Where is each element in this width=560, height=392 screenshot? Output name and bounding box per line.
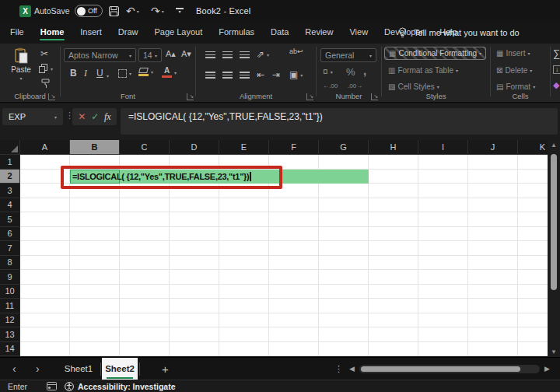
column-header-e[interactable]: E bbox=[219, 140, 269, 155]
cell-b11[interactable] bbox=[70, 299, 120, 313]
bold-button[interactable]: B bbox=[70, 68, 77, 78]
cell-e6[interactable] bbox=[219, 227, 269, 242]
cell-g14[interactable] bbox=[319, 342, 369, 357]
tab-sheet2[interactable]: Sheet2 bbox=[102, 358, 138, 380]
format-painter-button[interactable] bbox=[40, 79, 51, 89]
font-color-button[interactable]: A ▾ bbox=[162, 67, 177, 78]
cell-b7[interactable] bbox=[70, 241, 120, 256]
align-middle-button[interactable] bbox=[222, 51, 233, 58]
cell-a12[interactable] bbox=[20, 313, 70, 328]
chevron-down-icon[interactable]: ▾ bbox=[137, 9, 139, 14]
cell-h2[interactable] bbox=[369, 170, 418, 184]
row-header-3[interactable]: 3 bbox=[0, 184, 20, 198]
column-header-h[interactable]: H bbox=[369, 140, 418, 155]
cell-f4[interactable] bbox=[269, 198, 319, 213]
cell-g3[interactable] bbox=[319, 184, 369, 198]
underline-dropdown[interactable]: ▾ bbox=[107, 73, 109, 79]
cell-e5[interactable] bbox=[219, 212, 269, 227]
tab-home[interactable]: Home bbox=[40, 24, 65, 41]
cell-i4[interactable] bbox=[418, 198, 468, 213]
cell-h13[interactable] bbox=[369, 327, 418, 342]
tab-sheet1[interactable]: Sheet1 bbox=[58, 358, 99, 380]
cell-a10[interactable] bbox=[20, 285, 70, 299]
cell-k14[interactable] bbox=[518, 342, 548, 357]
cell-f9[interactable] bbox=[269, 270, 319, 285]
cell-b14[interactable] bbox=[70, 342, 120, 357]
cell-b12[interactable] bbox=[70, 313, 120, 328]
number-format-select[interactable]: General ▾ bbox=[320, 48, 376, 62]
horizontal-scroll-thumb[interactable] bbox=[361, 366, 520, 372]
autosave-toggle[interactable]: Off bbox=[75, 5, 103, 17]
undo-button[interactable]: ↶▾ bbox=[126, 0, 139, 22]
cell-d14[interactable] bbox=[170, 342, 219, 357]
cell-d6[interactable] bbox=[170, 227, 219, 242]
cell-a8[interactable] bbox=[20, 256, 70, 271]
increase-indent-button[interactable]: ⇥ bbox=[272, 70, 280, 79]
cell-d12[interactable] bbox=[170, 313, 219, 328]
cell-h14[interactable] bbox=[369, 342, 418, 357]
tab-data[interactable]: Data bbox=[270, 24, 289, 41]
column-header-j[interactable]: J bbox=[468, 140, 518, 155]
cell-d9[interactable] bbox=[170, 270, 219, 285]
fill-color-button[interactable]: ▾ bbox=[138, 68, 153, 76]
cell-e14[interactable] bbox=[219, 342, 269, 357]
autosum-button[interactable]: ∑ bbox=[553, 48, 560, 58]
cell-j9[interactable] bbox=[468, 270, 518, 285]
cell-h9[interactable] bbox=[369, 270, 418, 285]
cell-j10[interactable] bbox=[468, 285, 518, 299]
cell-e12[interactable] bbox=[219, 313, 269, 328]
hscroll-left-button[interactable]: ◀ bbox=[349, 358, 355, 380]
cell-j5[interactable] bbox=[468, 212, 518, 227]
cell-styles-button[interactable]: ▨ Cell Styles ▾ bbox=[388, 82, 439, 91]
row-header-13[interactable]: 13 bbox=[0, 327, 20, 342]
cell-d4[interactable] bbox=[170, 198, 219, 213]
cell-c10[interactable] bbox=[120, 285, 170, 299]
cell-k7[interactable] bbox=[518, 241, 548, 256]
cell-b8[interactable] bbox=[70, 256, 120, 271]
cell-d13[interactable] bbox=[170, 327, 219, 342]
row-header-14[interactable]: 14 bbox=[0, 342, 20, 357]
cell-j7[interactable] bbox=[468, 241, 518, 256]
cell-a7[interactable] bbox=[20, 241, 70, 256]
redo-button[interactable]: ↷▾ bbox=[151, 0, 164, 22]
cell-f12[interactable] bbox=[269, 313, 319, 328]
font-name-select[interactable]: Aptos Narrow ▾ bbox=[64, 48, 136, 62]
cell-k9[interactable] bbox=[518, 270, 548, 285]
cut-button[interactable]: ✂ bbox=[40, 49, 48, 58]
cell-h6[interactable] bbox=[369, 227, 418, 242]
cell-a9[interactable] bbox=[20, 270, 70, 285]
next-sheet-button[interactable]: › bbox=[36, 358, 40, 380]
row-header-1[interactable]: 1 bbox=[0, 155, 20, 170]
insert-function-button[interactable]: fx bbox=[104, 111, 111, 123]
sheet-options-button[interactable]: ⋮ bbox=[334, 358, 343, 380]
cell-c5[interactable] bbox=[120, 212, 170, 227]
borders-button[interactable]: ▾ bbox=[118, 69, 131, 78]
decrease-indent-button[interactable]: ⇤ bbox=[257, 70, 264, 79]
cell-h10[interactable] bbox=[369, 285, 418, 299]
excel-logo-icon[interactable]: X bbox=[19, 5, 31, 17]
cell-k2[interactable] bbox=[518, 170, 548, 184]
row-header-4[interactable]: 4 bbox=[0, 198, 20, 213]
tell-me-search[interactable]: Tell me what you want to do bbox=[398, 22, 520, 44]
cell-k6[interactable] bbox=[518, 227, 548, 242]
cell-f14[interactable] bbox=[269, 342, 319, 357]
cell-c12[interactable] bbox=[120, 313, 170, 328]
cell-f8[interactable] bbox=[269, 256, 319, 271]
tab-review[interactable]: Review bbox=[304, 24, 334, 41]
cell-j11[interactable] bbox=[468, 299, 518, 313]
cell-d8[interactable] bbox=[170, 256, 219, 271]
delete-cells-button[interactable]: ⊠ Delete ▾ bbox=[496, 66, 532, 75]
cell-i10[interactable] bbox=[418, 285, 468, 299]
cell-e11[interactable] bbox=[219, 299, 269, 313]
cell-j1[interactable] bbox=[468, 155, 518, 170]
column-header-f[interactable]: F bbox=[269, 140, 319, 155]
cell-g7[interactable] bbox=[319, 241, 369, 256]
cell-a11[interactable] bbox=[20, 299, 70, 313]
align-top-button[interactable] bbox=[205, 51, 215, 58]
format-as-table-button[interactable]: ▥ Format as Table ▾ bbox=[388, 66, 458, 75]
cell-i14[interactable] bbox=[418, 342, 468, 357]
tab-draw[interactable]: Draw bbox=[117, 24, 139, 41]
cell-i9[interactable] bbox=[418, 270, 468, 285]
align-bottom-button[interactable] bbox=[240, 51, 250, 58]
cell-f6[interactable] bbox=[269, 227, 319, 242]
